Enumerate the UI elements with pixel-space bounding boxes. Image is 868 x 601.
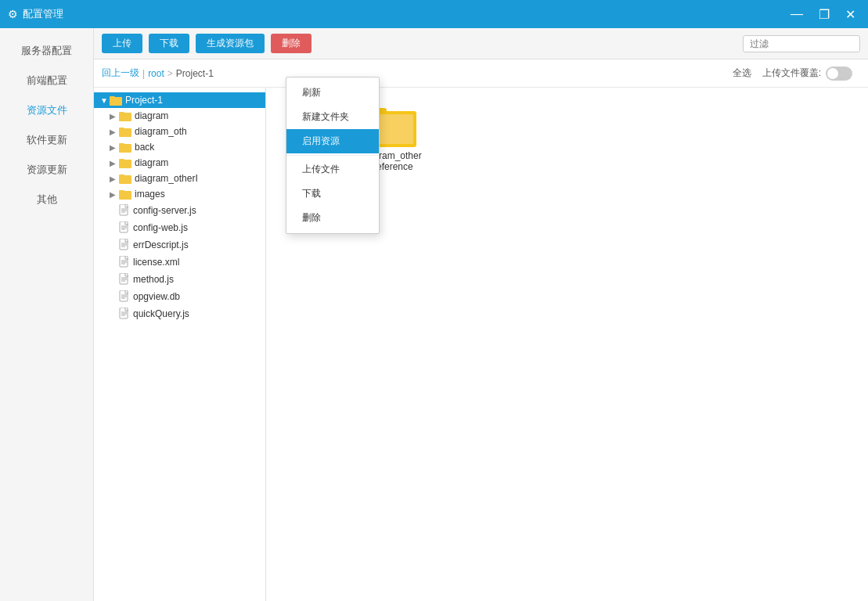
svg-rect-30 [120, 273, 128, 284]
tree-item-quickQuery[interactable]: ▶ quickQuery.js [94, 305, 265, 322]
tree-arrow-diagram-other2: ▶ [110, 175, 119, 183]
tree-label-opgview: opgview.db [133, 291, 180, 302]
tree-arrow-diagram-oth1: ▶ [110, 128, 119, 136]
tree-item-back[interactable]: ▶ back [94, 139, 265, 155]
app-title: 配置管理 [23, 7, 63, 21]
nav-software-update[interactable]: 软件更新 [0, 125, 93, 155]
file-icon-license [119, 256, 130, 268]
main-split: ▼ Project-1 ▶ diagram [94, 88, 868, 601]
file-icon-quickQuery [119, 308, 130, 320]
svg-rect-1 [110, 96, 115, 99]
svg-rect-9 [119, 159, 124, 161]
folder-icon-diagram2 [119, 157, 131, 168]
window-controls: — ❐ ✕ [786, 5, 860, 23]
breadcrumb-current: Project-1 [176, 68, 214, 79]
svg-rect-14 [120, 204, 128, 215]
tree-item-diagram-oth1[interactable]: ▶ diagram_oth [94, 124, 265, 139]
tree-label-config-server: config-server.js [133, 205, 196, 216]
folder-icon-back [119, 142, 131, 153]
context-menu-new-folder[interactable]: 新建文件夹 [286, 105, 379, 129]
tree-label-diagram2: diagram [135, 157, 168, 168]
tree-item-config-web[interactable]: ▶ config-web.js [94, 219, 265, 236]
svg-rect-26 [120, 256, 128, 267]
tree-arrow-images: ▶ [110, 190, 119, 199]
file-icon-errDescript [119, 239, 130, 251]
tree-label-method: method.js [133, 274, 174, 285]
tree-arrow-diagram2: ▶ [110, 159, 119, 167]
svg-rect-34 [120, 290, 128, 301]
tree-label-images: images [135, 189, 165, 200]
minimize-button[interactable]: — [786, 5, 808, 23]
breadcrumb-arrow: > [167, 68, 173, 79]
context-menu: 刷新 新建文件夹 启用资源 上传文件 下载 删除 [286, 88, 380, 234]
breadcrumb-bar: 回上一级 | root > Project-1 全选 上传文件覆盖: [94, 59, 868, 88]
tree-item-diagram1[interactable]: ▶ diagram [94, 108, 265, 124]
tree-item-config-server[interactable]: ▶ config-server.js [94, 202, 265, 219]
generate-package-button[interactable]: 生成资源包 [196, 34, 265, 53]
tree-label-config-web: config-web.js [133, 222, 188, 233]
delete-button[interactable]: 删除 [271, 34, 312, 53]
svg-rect-5 [119, 128, 124, 130]
breadcrumb-sep1: | [142, 68, 145, 79]
overwrite-toggle-switch[interactable] [826, 67, 852, 81]
context-menu-upload[interactable]: 上传文件 [286, 157, 379, 182]
breadcrumb-root[interactable]: root [148, 68, 164, 79]
svg-rect-18 [120, 221, 128, 232]
tree-label-diagram1: diagram [135, 110, 168, 121]
folder-icon-images [119, 189, 131, 200]
left-navigation: 服务器配置 前端配置 资源文件 软件更新 资源更新 其他 [0, 28, 94, 601]
tree-label-diagram-oth1: diagram_oth [135, 126, 187, 137]
tree-arrow-diagram1: ▶ [110, 112, 119, 121]
context-menu-refresh[interactable]: 刷新 [286, 88, 379, 105]
select-all-button[interactable]: 全选 [733, 67, 751, 80]
context-menu-divider1 [286, 155, 379, 156]
svg-rect-38 [120, 308, 128, 318]
file-icon-config-server [119, 204, 130, 217]
svg-rect-22 [120, 239, 128, 250]
tree-item-license[interactable]: ▶ license.xml [94, 254, 265, 271]
content-area: 上传 下载 生成资源包 删除 回上一级 | root > Project-1 全… [94, 28, 868, 601]
search-input[interactable] [743, 35, 860, 52]
tree-label-project1: Project-1 [125, 95, 163, 106]
tree-item-images[interactable]: ▶ images [94, 186, 265, 202]
nav-front-config[interactable]: 前端配置 [0, 66, 93, 95]
file-icon-config-web [119, 221, 130, 234]
download-button[interactable]: 下载 [149, 34, 189, 53]
overwrite-label: 上传文件覆盖: [762, 67, 821, 80]
folder-icon-diagram-oth1 [119, 126, 131, 137]
file-icon-method [119, 273, 130, 286]
tree-item-diagram-other2[interactable]: ▶ diagram_otherI [94, 171, 265, 186]
folder-icon-diagram1 [119, 110, 131, 121]
nav-server-config[interactable]: 服务器配置 [0, 36, 93, 66]
tree-item-diagram2[interactable]: ▶ diagram [94, 155, 265, 171]
maximize-button[interactable]: ❐ [814, 5, 834, 23]
tree-label-quickQuery: quickQuery.js [133, 308, 189, 319]
context-menu-download[interactable]: 下载 [286, 182, 379, 206]
tree-label-license: license.xml [133, 257, 179, 268]
context-menu-activate[interactable]: 启用资源 [286, 129, 379, 153]
nav-resource-files[interactable]: 资源文件 [0, 95, 93, 125]
tree-item-opgview[interactable]: ▶ opgview.db [94, 288, 265, 305]
tree-label-errDescript: errDescript.js [133, 239, 189, 250]
folder-icon-project1 [110, 95, 122, 106]
context-menu-delete[interactable]: 删除 [286, 206, 379, 230]
svg-rect-13 [119, 190, 124, 193]
file-tree: ▼ Project-1 ▶ diagram [94, 88, 266, 601]
tree-label-back: back [135, 142, 154, 153]
tree-item-project1[interactable]: ▼ Project-1 [94, 92, 265, 108]
tree-label-diagram-other2: diagram_otherI [135, 173, 198, 184]
title-bar: ⚙ 配置管理 — ❐ ✕ [0, 0, 868, 28]
breadcrumb-parent[interactable]: 回上一级 [102, 67, 139, 80]
nav-resource-update[interactable]: 资源更新 [0, 155, 93, 185]
upload-button[interactable]: 上传 [102, 34, 142, 53]
tree-item-errDescript[interactable]: ▶ errDescript.js [94, 236, 265, 254]
nav-other[interactable]: 其他 [0, 185, 93, 214]
file-icon-opgview [119, 290, 130, 303]
svg-rect-3 [119, 112, 124, 114]
toolbar: 上传 下载 生成资源包 删除 [94, 28, 868, 59]
close-button[interactable]: ✕ [841, 5, 860, 23]
tree-arrow-project1: ▼ [100, 96, 110, 105]
folder-icon-diagram-other2 [119, 173, 131, 184]
tree-item-method[interactable]: ▶ method.js [94, 271, 265, 288]
overwrite-toggle-container: 上传文件覆盖: [762, 67, 852, 81]
